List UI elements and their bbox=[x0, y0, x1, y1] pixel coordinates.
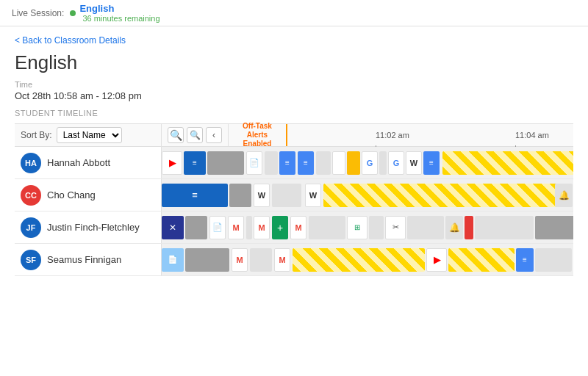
student-info-jf: JF Justin Finch-Fletchley bbox=[15, 212, 162, 243]
top-bar: Live Session: English 36 minutes remaini… bbox=[0, 0, 588, 26]
sp-ha bbox=[379, 151, 387, 175]
offtask-cc bbox=[323, 184, 559, 207]
student-name-ha: Hannah Abbott bbox=[47, 157, 110, 168]
bell-cc: 🔔 bbox=[555, 184, 573, 207]
live-dot bbox=[70, 10, 76, 16]
light-block-ha1 bbox=[265, 151, 278, 175]
student-rows: HA Hannah Abbott ▶ ≡ 📄 bbox=[15, 147, 573, 276]
yt-block-ha: ▶ bbox=[162, 151, 182, 175]
time-header-area: 11:02 am 11:04 am bbox=[287, 124, 573, 146]
gray5-jf bbox=[475, 216, 534, 239]
activity-strip-cc: ≡ W W bbox=[162, 179, 573, 211]
gmail3-jf: M bbox=[290, 216, 306, 239]
zoom-out-button[interactable]: 🔍 bbox=[187, 127, 203, 143]
gray4-jf bbox=[407, 216, 444, 239]
main-content: Back to Classroom Details English Time O… bbox=[0, 26, 588, 276]
zoom-in-button[interactable]: 🔍 bbox=[168, 127, 184, 143]
avatar-ha: HA bbox=[21, 153, 41, 173]
gdoc2-ha: ≡ bbox=[298, 151, 314, 175]
section-label: STUDENT TIMELINE bbox=[15, 109, 573, 118]
blue-block-ha: ≡ bbox=[184, 151, 206, 175]
activity-strip-sf: 📄 M M bbox=[162, 244, 573, 275]
time-remaining: 36 minutes remaining bbox=[82, 14, 159, 23]
google2-ha: G bbox=[388, 151, 404, 175]
sp2-jf bbox=[246, 216, 252, 239]
table-row: SF Seamus Finnigan 📄 M bbox=[15, 244, 573, 276]
gray3-jf bbox=[369, 216, 384, 239]
gdoc-ha: ≡ bbox=[279, 151, 295, 175]
time-label: Time bbox=[15, 80, 573, 89]
gray2-jf bbox=[309, 216, 345, 239]
google-ha: G bbox=[362, 151, 378, 175]
student-name-jf: Justin Finch-Fletchley bbox=[47, 222, 140, 233]
doc-block-ha: 📄 bbox=[246, 151, 262, 175]
student-info-ha: HA Hannah Abbott bbox=[15, 147, 162, 178]
timeline-container: Sort By: Last Name First Name 🔍 🔍 ‹ Off-… bbox=[15, 123, 573, 276]
red-jf bbox=[465, 216, 473, 239]
gray-sf bbox=[185, 248, 229, 272]
avatar-jf: JF bbox=[21, 217, 41, 238]
back-link[interactable]: Back to Classroom Details bbox=[15, 35, 573, 46]
sort-select[interactable]: Last Name First Name bbox=[57, 127, 122, 143]
gdoc3-ha: ≡ bbox=[423, 151, 440, 175]
session-name: English bbox=[79, 3, 159, 14]
avatar-sf: SF bbox=[21, 250, 41, 270]
zoom-controls: 🔍 🔍 ‹ bbox=[162, 124, 229, 146]
off-task-alert: Off-Task AlertsEnabled bbox=[229, 124, 287, 146]
gmail-sf: M bbox=[232, 248, 248, 272]
gray2-sf bbox=[250, 248, 272, 272]
controls-row: Sort By: Last Name First Name 🔍 🔍 ‹ Off-… bbox=[15, 123, 573, 147]
blue-large-cc: ≡ bbox=[162, 184, 228, 207]
doc-jf: 📄 bbox=[209, 216, 226, 239]
table-row: JF Justin Finch-Fletchley ✕ 📄 bbox=[15, 212, 573, 244]
sheets-jf: + bbox=[272, 216, 288, 239]
student-name-cc: Cho Chang bbox=[47, 189, 96, 200]
gmail-jf: M bbox=[228, 216, 244, 239]
offtask-ha bbox=[442, 151, 573, 175]
gmail2-sf: M bbox=[274, 248, 290, 272]
wiki2-cc: W bbox=[305, 184, 321, 207]
activity-strip-jf: ✕ 📄 M M bbox=[162, 212, 573, 243]
avatar-cc: CC bbox=[21, 185, 41, 206]
gray-cc bbox=[229, 184, 251, 207]
wiki-ha: W bbox=[406, 151, 422, 175]
student-name-sf: Seamus Finnigan bbox=[47, 254, 121, 265]
activity-strip-ha: ▶ ≡ 📄 ≡ bbox=[162, 147, 573, 178]
time-marker-1104: 11:04 am bbox=[515, 131, 549, 140]
table-row: CC Cho Chang ≡ W bbox=[15, 179, 573, 212]
offtask-sf1 bbox=[293, 248, 425, 272]
offtask-sf2 bbox=[448, 248, 514, 272]
sort-label: Sort By: bbox=[21, 130, 52, 140]
table-row: HA Hannah Abbott ▶ ≡ 📄 bbox=[15, 147, 573, 179]
wiki-cc: W bbox=[254, 184, 270, 207]
gdoc-sf: ≡ bbox=[516, 248, 534, 272]
page-title: English bbox=[15, 51, 573, 74]
student-info-sf: SF Seamus Finnigan bbox=[15, 244, 162, 275]
sort-area: Sort By: Last Name First Name bbox=[15, 124, 162, 146]
doc-sf: 📄 bbox=[162, 248, 184, 272]
yellow-ha bbox=[347, 151, 360, 175]
gmail2-jf: M bbox=[254, 216, 270, 239]
gray2-ha bbox=[316, 151, 331, 175]
gray-block-ha bbox=[207, 151, 244, 175]
yt-sf: ▶ bbox=[426, 248, 447, 272]
gray3-sf bbox=[535, 248, 572, 272]
student-info-cc: CC Cho Chang bbox=[15, 179, 162, 211]
cut-jf: ✂ bbox=[385, 216, 406, 239]
bell-jf: 🔔 bbox=[445, 216, 463, 239]
gray-jf bbox=[185, 216, 207, 239]
nav-prev-button[interactable]: ‹ bbox=[206, 127, 222, 143]
drive-ha: △ bbox=[332, 151, 345, 175]
gray2-cc bbox=[272, 184, 301, 207]
x-block-jf: ✕ bbox=[162, 216, 184, 239]
gray-end-jf bbox=[535, 216, 573, 239]
time-marker-1102: 11:02 am bbox=[376, 131, 409, 140]
time-value: Oct 28th 10:58 am - 12:08 pm bbox=[15, 90, 573, 101]
live-session-label: Live Session: bbox=[12, 8, 64, 18]
sheets2-jf: ⊞ bbox=[347, 216, 368, 239]
